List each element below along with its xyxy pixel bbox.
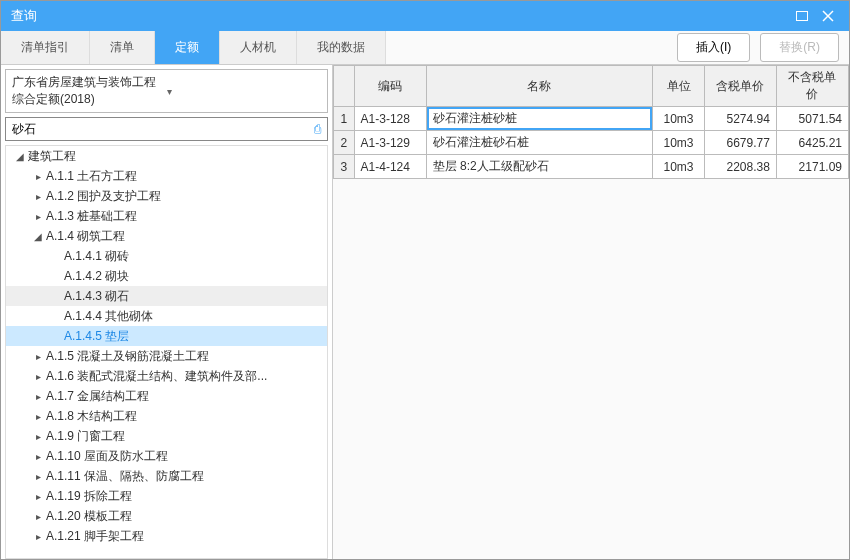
tree-node[interactable]: ▸A.1.10 屋面及防水工程 bbox=[6, 446, 327, 466]
tab-3[interactable]: 人材机 bbox=[220, 31, 297, 64]
caret-right-icon[interactable]: ▸ bbox=[32, 531, 44, 542]
grid-body: 1A1-3-128砂石灌注桩砂桩10m35274.945071.542A1-3-… bbox=[334, 107, 849, 179]
maximize-icon[interactable] bbox=[791, 5, 813, 27]
row-number: 3 bbox=[334, 155, 355, 179]
replace-button: 替换(R) bbox=[760, 33, 839, 62]
tree-node-label: A.1.9 门窗工程 bbox=[46, 428, 125, 445]
cell-code[interactable]: A1-3-129 bbox=[354, 131, 426, 155]
grid-header[interactable]: 名称 bbox=[426, 66, 653, 107]
tab-1[interactable]: 清单 bbox=[90, 31, 155, 64]
caret-right-icon[interactable]: ▸ bbox=[32, 391, 44, 402]
cell-unit[interactable]: 10m3 bbox=[653, 107, 705, 131]
table-row[interactable]: 3A1-4-124垫层 8:2人工级配砂石10m32208.382171.09 bbox=[334, 155, 849, 179]
caret-right-icon[interactable]: ▸ bbox=[32, 351, 44, 362]
tree-node-label: A.1.6 装配式混凝土结构、建筑构件及部... bbox=[46, 368, 267, 385]
tree-node[interactable]: ▸A.1.4.3 砌石 bbox=[6, 286, 327, 306]
tree-node[interactable]: ▸A.1.11 保温、隔热、防腐工程 bbox=[6, 466, 327, 486]
search-box: ⎙ bbox=[5, 117, 328, 141]
cell-price-notax[interactable]: 2171.09 bbox=[776, 155, 848, 179]
tree-node[interactable]: ▸A.1.21 脚手架工程 bbox=[6, 526, 327, 546]
grid-header-row: 编码名称单位含税单价不含税单价 bbox=[334, 66, 849, 107]
grid-header[interactable]: 含税单价 bbox=[704, 66, 776, 107]
tree-node-label: A.1.8 木结构工程 bbox=[46, 408, 137, 425]
tree-node-label: 建筑工程 bbox=[28, 148, 76, 165]
tree-node-label: A.1.1 土石方工程 bbox=[46, 168, 137, 185]
cell-price-notax[interactable]: 6425.21 bbox=[776, 131, 848, 155]
tab-0[interactable]: 清单指引 bbox=[1, 31, 90, 64]
tree-node[interactable]: ▸A.1.19 拆除工程 bbox=[6, 486, 327, 506]
caret-down-icon[interactable]: ◢ bbox=[14, 151, 26, 162]
cell-code[interactable]: A1-4-124 bbox=[354, 155, 426, 179]
tree-node[interactable]: ▸A.1.20 模板工程 bbox=[6, 506, 327, 526]
caret-right-icon[interactable]: ▸ bbox=[32, 211, 44, 222]
tree-node-label: A.1.11 保温、隔热、防腐工程 bbox=[46, 468, 204, 485]
toolbar: 清单指引清单定额人材机我的数据 插入(I) 替换(R) bbox=[1, 31, 849, 65]
quota-dropdown[interactable]: 广东省房屋建筑与装饰工程综合定额(2018) ▾ bbox=[5, 69, 328, 113]
tree-node[interactable]: ◢建筑工程 bbox=[6, 146, 327, 166]
tree-node[interactable]: ▸A.1.4.5 垫层 bbox=[6, 326, 327, 346]
tree-node[interactable]: ▸A.1.4.4 其他砌体 bbox=[6, 306, 327, 326]
category-tree[interactable]: ◢建筑工程▸A.1.1 土石方工程▸A.1.2 围护及支护工程▸A.1.3 桩基… bbox=[5, 145, 328, 559]
tree-node[interactable]: ▸A.1.3 桩基础工程 bbox=[6, 206, 327, 226]
tree-node[interactable]: ▸A.1.4.2 砌块 bbox=[6, 266, 327, 286]
caret-right-icon[interactable]: ▸ bbox=[32, 511, 44, 522]
caret-right-icon[interactable]: ▸ bbox=[32, 451, 44, 462]
dropdown-label: 广东省房屋建筑与装饰工程综合定额(2018) bbox=[12, 74, 167, 108]
cell-name[interactable]: 砂石灌注桩砂石桩 bbox=[426, 131, 653, 155]
table-row[interactable]: 1A1-3-128砂石灌注桩砂桩10m35274.945071.54 bbox=[334, 107, 849, 131]
cell-name[interactable]: 垫层 8:2人工级配砂石 bbox=[426, 155, 653, 179]
caret-down-icon[interactable]: ◢ bbox=[32, 231, 44, 242]
grid-header[interactable]: 不含税单价 bbox=[776, 66, 848, 107]
left-panel: 广东省房屋建筑与装饰工程综合定额(2018) ▾ ⎙ ◢建筑工程▸A.1.1 土… bbox=[1, 65, 333, 559]
search-helper-icon[interactable]: ⎙ bbox=[314, 122, 321, 136]
cell-unit[interactable]: 10m3 bbox=[653, 155, 705, 179]
tree-node[interactable]: ◢A.1.4 砌筑工程 bbox=[6, 226, 327, 246]
tree-node-label: A.1.4.4 其他砌体 bbox=[64, 308, 153, 325]
result-grid: 编码名称单位含税单价不含税单价 1A1-3-128砂石灌注桩砂桩10m35274… bbox=[333, 65, 849, 179]
tree-node-label: A.1.19 拆除工程 bbox=[46, 488, 132, 505]
right-panel: 编码名称单位含税单价不含税单价 1A1-3-128砂石灌注桩砂桩10m35274… bbox=[333, 65, 849, 559]
cell-name[interactable]: 砂石灌注桩砂桩 bbox=[426, 107, 653, 131]
cell-code[interactable]: A1-3-128 bbox=[354, 107, 426, 131]
tree-node-label: A.1.7 金属结构工程 bbox=[46, 388, 149, 405]
cell-price-notax[interactable]: 5071.54 bbox=[776, 107, 848, 131]
cell-price-tax[interactable]: 2208.38 bbox=[704, 155, 776, 179]
tab-2[interactable]: 定额 bbox=[155, 31, 220, 64]
svg-rect-0 bbox=[797, 12, 808, 21]
tree-node[interactable]: ▸A.1.8 木结构工程 bbox=[6, 406, 327, 426]
grid-header[interactable]: 编码 bbox=[354, 66, 426, 107]
tree-node-label: A.1.5 混凝土及钢筋混凝土工程 bbox=[46, 348, 209, 365]
tree-node[interactable]: ▸A.1.5 混凝土及钢筋混凝土工程 bbox=[6, 346, 327, 366]
search-input[interactable] bbox=[12, 122, 314, 136]
tree-node-label: A.1.4.5 垫层 bbox=[64, 328, 129, 345]
tab-4[interactable]: 我的数据 bbox=[297, 31, 386, 64]
tree-node[interactable]: ▸A.1.2 围护及支护工程 bbox=[6, 186, 327, 206]
caret-right-icon[interactable]: ▸ bbox=[32, 431, 44, 442]
row-number: 2 bbox=[334, 131, 355, 155]
caret-right-icon[interactable]: ▸ bbox=[32, 191, 44, 202]
query-window: 查询 清单指引清单定额人材机我的数据 插入(I) 替换(R) 广东省房屋建筑与装… bbox=[0, 0, 850, 560]
cell-unit[interactable]: 10m3 bbox=[653, 131, 705, 155]
tree-node[interactable]: ▸A.1.4.1 砌砖 bbox=[6, 246, 327, 266]
caret-right-icon[interactable]: ▸ bbox=[32, 491, 44, 502]
tree-node-label: A.1.4.1 砌砖 bbox=[64, 248, 129, 265]
caret-right-icon[interactable]: ▸ bbox=[32, 471, 44, 482]
tree-node[interactable]: ▸A.1.7 金属结构工程 bbox=[6, 386, 327, 406]
table-row[interactable]: 2A1-3-129砂石灌注桩砂石桩10m36679.776425.21 bbox=[334, 131, 849, 155]
tree-node-label: A.1.20 模板工程 bbox=[46, 508, 132, 525]
tree-node[interactable]: ▸A.1.6 装配式混凝土结构、建筑构件及部... bbox=[6, 366, 327, 386]
caret-right-icon[interactable]: ▸ bbox=[32, 411, 44, 422]
caret-right-icon[interactable]: ▸ bbox=[32, 371, 44, 382]
caret-right-icon[interactable]: ▸ bbox=[32, 171, 44, 182]
tree-node[interactable]: ▸A.1.1 土石方工程 bbox=[6, 166, 327, 186]
tree-node[interactable]: ▸A.1.9 门窗工程 bbox=[6, 426, 327, 446]
insert-button[interactable]: 插入(I) bbox=[677, 33, 750, 62]
cell-price-tax[interactable]: 6679.77 bbox=[704, 131, 776, 155]
chevron-down-icon: ▾ bbox=[167, 86, 322, 97]
tree-node-label: A.1.2 围护及支护工程 bbox=[46, 188, 161, 205]
close-icon[interactable] bbox=[817, 5, 839, 27]
grid-header[interactable]: 单位 bbox=[653, 66, 705, 107]
cell-price-tax[interactable]: 5274.94 bbox=[704, 107, 776, 131]
tree-node-label: A.1.4.2 砌块 bbox=[64, 268, 129, 285]
tab-bar: 清单指引清单定额人材机我的数据 bbox=[1, 31, 386, 64]
